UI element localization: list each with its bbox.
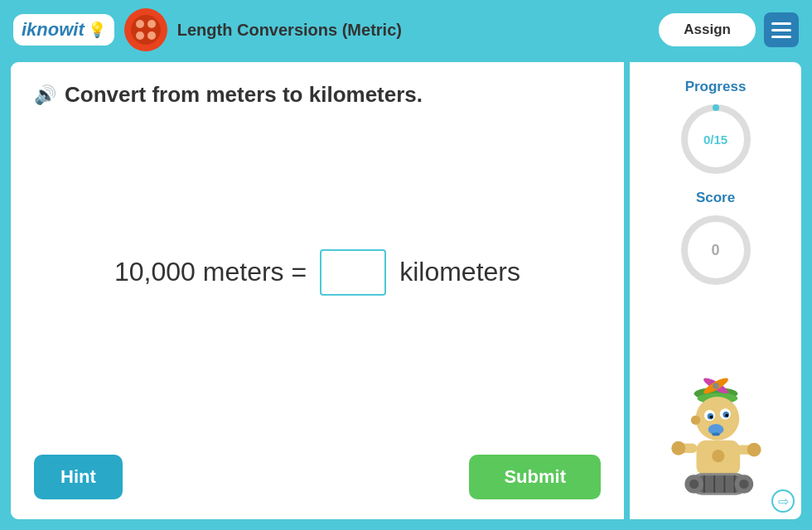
hamburger-line — [771, 29, 791, 31]
svg-point-22 — [671, 441, 685, 455]
equation-right: kilometers — [399, 257, 520, 287]
nav-arrow-icon: ⇨ — [778, 494, 789, 509]
svg-point-15 — [725, 414, 728, 417]
answer-input[interactable] — [320, 249, 386, 296]
logo: iknowit 💡 — [13, 14, 114, 46]
equation-left: 10,000 meters = — [114, 257, 307, 287]
menu-button[interactable] — [764, 12, 799, 47]
film-hole — [147, 20, 156, 28]
bottom-buttons: Hint Submit — [34, 445, 601, 499]
score-section: Score 0 — [638, 190, 793, 287]
score-circle: 0 — [679, 213, 753, 287]
film-icon — [124, 8, 167, 51]
assign-button[interactable]: Assign — [659, 13, 756, 46]
svg-rect-17 — [712, 432, 719, 436]
svg-point-34 — [739, 479, 748, 489]
score-value: 0 — [711, 242, 719, 259]
hamburger-line — [771, 22, 791, 25]
robot-area — [638, 301, 793, 511]
hint-button[interactable]: Hint — [34, 455, 123, 499]
progress-circle: 0/15 — [679, 102, 753, 176]
robot-illustration — [658, 372, 774, 504]
svg-point-18 — [690, 416, 699, 425]
main-area: 🔊 Convert from meters to kilometers. 10,… — [8, 60, 804, 522]
equation-area: 10,000 meters = kilometers — [34, 99, 601, 445]
right-panel: Progress 0/15 Score 0 — [630, 60, 804, 522]
progress-section: Progress 0/15 — [638, 79, 793, 176]
progress-value: 0/15 — [703, 132, 727, 147]
svg-point-14 — [709, 416, 713, 419]
svg-point-7 — [713, 383, 719, 389]
hamburger-line — [771, 36, 791, 38]
progress-label: Progress — [685, 79, 747, 95]
film-hole — [147, 31, 156, 40]
svg-point-24 — [747, 443, 761, 457]
lesson-title: Length Conversions (Metric) — [177, 21, 650, 40]
svg-point-32 — [689, 479, 698, 489]
submit-button[interactable]: Submit — [469, 455, 601, 499]
logo-bulb-icon: 💡 — [88, 21, 106, 39]
film-holes — [131, 15, 161, 45]
score-label: Score — [696, 190, 735, 206]
header: iknowit 💡 Length Conversions (Metric) As… — [0, 0, 812, 60]
header-actions: Assign — [659, 12, 799, 47]
film-hole — [136, 31, 144, 40]
left-panel: 🔊 Convert from meters to kilometers. 10,… — [8, 60, 626, 522]
logo-text: iknowit — [22, 19, 85, 41]
film-hole — [136, 20, 144, 28]
nav-arrow[interactable]: ⇨ — [771, 489, 795, 513]
svg-point-20 — [712, 450, 724, 462]
